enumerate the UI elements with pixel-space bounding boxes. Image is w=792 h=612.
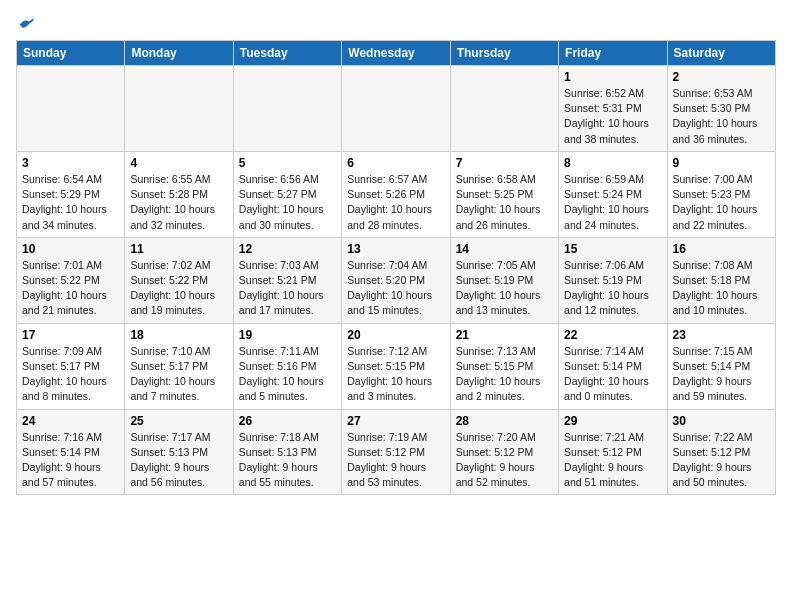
calendar-cell: 10Sunrise: 7:01 AMSunset: 5:22 PMDayligh… xyxy=(17,237,125,323)
day-info: Sunrise: 7:01 AMSunset: 5:22 PMDaylight:… xyxy=(22,258,119,319)
calendar-cell: 3Sunrise: 6:54 AMSunset: 5:29 PMDaylight… xyxy=(17,151,125,237)
day-info: Sunrise: 7:22 AMSunset: 5:12 PMDaylight:… xyxy=(673,430,770,491)
calendar-cell: 16Sunrise: 7:08 AMSunset: 5:18 PMDayligh… xyxy=(667,237,775,323)
day-number: 19 xyxy=(239,328,336,342)
calendar-cell: 2Sunrise: 6:53 AMSunset: 5:30 PMDaylight… xyxy=(667,66,775,152)
weekday-header-tuesday: Tuesday xyxy=(233,41,341,66)
calendar-cell: 4Sunrise: 6:55 AMSunset: 5:28 PMDaylight… xyxy=(125,151,233,237)
calendar-cell: 23Sunrise: 7:15 AMSunset: 5:14 PMDayligh… xyxy=(667,323,775,409)
weekday-header-sunday: Sunday xyxy=(17,41,125,66)
day-info: Sunrise: 7:05 AMSunset: 5:19 PMDaylight:… xyxy=(456,258,553,319)
day-info: Sunrise: 7:16 AMSunset: 5:14 PMDaylight:… xyxy=(22,430,119,491)
day-number: 29 xyxy=(564,414,661,428)
day-info: Sunrise: 6:52 AMSunset: 5:31 PMDaylight:… xyxy=(564,86,661,147)
calendar-cell xyxy=(125,66,233,152)
day-number: 20 xyxy=(347,328,444,342)
calendar-cell: 25Sunrise: 7:17 AMSunset: 5:13 PMDayligh… xyxy=(125,409,233,495)
calendar-cell: 22Sunrise: 7:14 AMSunset: 5:14 PMDayligh… xyxy=(559,323,667,409)
day-info: Sunrise: 7:04 AMSunset: 5:20 PMDaylight:… xyxy=(347,258,444,319)
day-info: Sunrise: 6:55 AMSunset: 5:28 PMDaylight:… xyxy=(130,172,227,233)
day-info: Sunrise: 6:59 AMSunset: 5:24 PMDaylight:… xyxy=(564,172,661,233)
calendar-cell: 26Sunrise: 7:18 AMSunset: 5:13 PMDayligh… xyxy=(233,409,341,495)
day-info: Sunrise: 7:11 AMSunset: 5:16 PMDaylight:… xyxy=(239,344,336,405)
day-number: 2 xyxy=(673,70,770,84)
calendar-cell: 1Sunrise: 6:52 AMSunset: 5:31 PMDaylight… xyxy=(559,66,667,152)
day-number: 25 xyxy=(130,414,227,428)
calendar-cell: 27Sunrise: 7:19 AMSunset: 5:12 PMDayligh… xyxy=(342,409,450,495)
calendar-cell xyxy=(233,66,341,152)
day-number: 4 xyxy=(130,156,227,170)
day-number: 30 xyxy=(673,414,770,428)
calendar-cell: 8Sunrise: 6:59 AMSunset: 5:24 PMDaylight… xyxy=(559,151,667,237)
day-info: Sunrise: 7:13 AMSunset: 5:15 PMDaylight:… xyxy=(456,344,553,405)
calendar-cell: 18Sunrise: 7:10 AMSunset: 5:17 PMDayligh… xyxy=(125,323,233,409)
day-number: 21 xyxy=(456,328,553,342)
day-number: 3 xyxy=(22,156,119,170)
day-number: 27 xyxy=(347,414,444,428)
calendar-cell: 21Sunrise: 7:13 AMSunset: 5:15 PMDayligh… xyxy=(450,323,558,409)
calendar-cell: 14Sunrise: 7:05 AMSunset: 5:19 PMDayligh… xyxy=(450,237,558,323)
day-number: 15 xyxy=(564,242,661,256)
day-info: Sunrise: 7:12 AMSunset: 5:15 PMDaylight:… xyxy=(347,344,444,405)
day-number: 12 xyxy=(239,242,336,256)
calendar-cell xyxy=(342,66,450,152)
calendar-cell: 15Sunrise: 7:06 AMSunset: 5:19 PMDayligh… xyxy=(559,237,667,323)
calendar-cell: 9Sunrise: 7:00 AMSunset: 5:23 PMDaylight… xyxy=(667,151,775,237)
day-number: 7 xyxy=(456,156,553,170)
day-number: 14 xyxy=(456,242,553,256)
day-number: 9 xyxy=(673,156,770,170)
logo xyxy=(16,16,36,32)
day-info: Sunrise: 7:17 AMSunset: 5:13 PMDaylight:… xyxy=(130,430,227,491)
weekday-header-friday: Friday xyxy=(559,41,667,66)
calendar-cell: 30Sunrise: 7:22 AMSunset: 5:12 PMDayligh… xyxy=(667,409,775,495)
day-info: Sunrise: 7:09 AMSunset: 5:17 PMDaylight:… xyxy=(22,344,119,405)
calendar-cell: 13Sunrise: 7:04 AMSunset: 5:20 PMDayligh… xyxy=(342,237,450,323)
day-info: Sunrise: 6:58 AMSunset: 5:25 PMDaylight:… xyxy=(456,172,553,233)
day-number: 23 xyxy=(673,328,770,342)
day-info: Sunrise: 6:53 AMSunset: 5:30 PMDaylight:… xyxy=(673,86,770,147)
calendar-cell: 12Sunrise: 7:03 AMSunset: 5:21 PMDayligh… xyxy=(233,237,341,323)
calendar-cell xyxy=(450,66,558,152)
day-info: Sunrise: 7:08 AMSunset: 5:18 PMDaylight:… xyxy=(673,258,770,319)
calendar-cell: 24Sunrise: 7:16 AMSunset: 5:14 PMDayligh… xyxy=(17,409,125,495)
day-info: Sunrise: 7:18 AMSunset: 5:13 PMDaylight:… xyxy=(239,430,336,491)
day-number: 10 xyxy=(22,242,119,256)
day-number: 1 xyxy=(564,70,661,84)
calendar-cell: 28Sunrise: 7:20 AMSunset: 5:12 PMDayligh… xyxy=(450,409,558,495)
day-info: Sunrise: 7:21 AMSunset: 5:12 PMDaylight:… xyxy=(564,430,661,491)
calendar-cell: 29Sunrise: 7:21 AMSunset: 5:12 PMDayligh… xyxy=(559,409,667,495)
day-info: Sunrise: 7:06 AMSunset: 5:19 PMDaylight:… xyxy=(564,258,661,319)
calendar-cell xyxy=(17,66,125,152)
calendar-cell: 7Sunrise: 6:58 AMSunset: 5:25 PMDaylight… xyxy=(450,151,558,237)
day-number: 26 xyxy=(239,414,336,428)
day-number: 8 xyxy=(564,156,661,170)
day-number: 28 xyxy=(456,414,553,428)
day-number: 5 xyxy=(239,156,336,170)
day-info: Sunrise: 7:02 AMSunset: 5:22 PMDaylight:… xyxy=(130,258,227,319)
day-info: Sunrise: 7:20 AMSunset: 5:12 PMDaylight:… xyxy=(456,430,553,491)
day-info: Sunrise: 6:54 AMSunset: 5:29 PMDaylight:… xyxy=(22,172,119,233)
day-info: Sunrise: 7:19 AMSunset: 5:12 PMDaylight:… xyxy=(347,430,444,491)
weekday-header-monday: Monday xyxy=(125,41,233,66)
day-info: Sunrise: 7:03 AMSunset: 5:21 PMDaylight:… xyxy=(239,258,336,319)
day-number: 22 xyxy=(564,328,661,342)
weekday-header-thursday: Thursday xyxy=(450,41,558,66)
calendar-cell: 19Sunrise: 7:11 AMSunset: 5:16 PMDayligh… xyxy=(233,323,341,409)
day-number: 6 xyxy=(347,156,444,170)
day-number: 11 xyxy=(130,242,227,256)
day-number: 16 xyxy=(673,242,770,256)
day-info: Sunrise: 6:57 AMSunset: 5:26 PMDaylight:… xyxy=(347,172,444,233)
day-info: Sunrise: 7:10 AMSunset: 5:17 PMDaylight:… xyxy=(130,344,227,405)
logo-bird-icon xyxy=(18,16,36,32)
day-number: 18 xyxy=(130,328,227,342)
day-number: 17 xyxy=(22,328,119,342)
weekday-header-wednesday: Wednesday xyxy=(342,41,450,66)
day-number: 24 xyxy=(22,414,119,428)
calendar-cell: 11Sunrise: 7:02 AMSunset: 5:22 PMDayligh… xyxy=(125,237,233,323)
day-info: Sunrise: 7:14 AMSunset: 5:14 PMDaylight:… xyxy=(564,344,661,405)
day-info: Sunrise: 7:15 AMSunset: 5:14 PMDaylight:… xyxy=(673,344,770,405)
calendar-cell: 20Sunrise: 7:12 AMSunset: 5:15 PMDayligh… xyxy=(342,323,450,409)
weekday-header-saturday: Saturday xyxy=(667,41,775,66)
calendar-cell: 6Sunrise: 6:57 AMSunset: 5:26 PMDaylight… xyxy=(342,151,450,237)
header xyxy=(16,16,776,32)
